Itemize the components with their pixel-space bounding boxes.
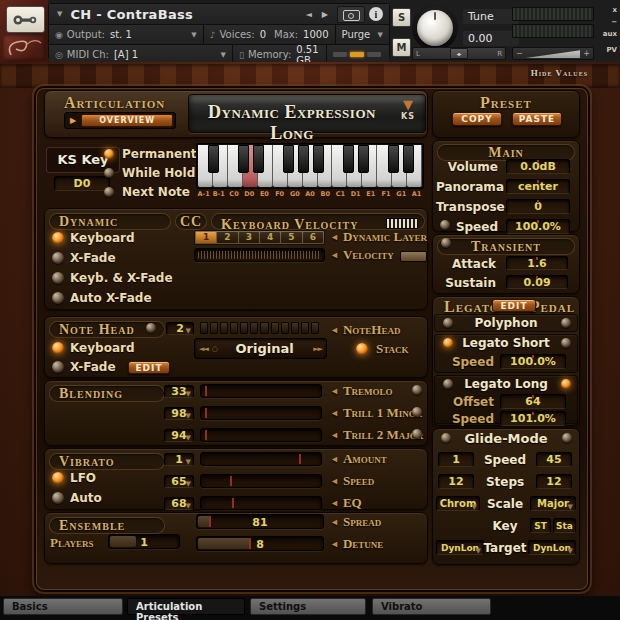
transpose-value[interactable]: 0: [506, 199, 570, 214]
prev-instrument-arrow[interactable]: ◄: [306, 10, 312, 19]
tune-value[interactable]: 0.00: [463, 31, 519, 46]
legato-long-lamp[interactable]: [561, 379, 571, 389]
attack-value[interactable]: 1.6: [506, 256, 568, 270]
glide-left-lamp[interactable]: [441, 433, 451, 443]
piano-key-black[interactable]: [253, 145, 264, 173]
legato-long-speed-value[interactable]: 101.0%: [500, 411, 566, 426]
volume-slider[interactable]: − +: [512, 47, 594, 60]
trill1-slider[interactable]: [200, 406, 322, 420]
legato-long-label[interactable]: Legato Long: [456, 377, 556, 391]
notehead-xfade-label[interactable]: X-Fade: [70, 360, 116, 374]
trill1-lamp[interactable]: [412, 407, 422, 417]
panorama-value[interactable]: center: [506, 179, 570, 194]
players-slider[interactable]: 1: [108, 534, 180, 549]
notehead-keyboard-lamp[interactable]: [52, 342, 64, 354]
notehead-xfade-lamp[interactable]: [52, 361, 64, 373]
volume-value[interactable]: 0.0dB: [506, 159, 570, 174]
instrument-title[interactable]: CH - ContraBass: [70, 7, 193, 22]
stack-label[interactable]: Stack: [376, 341, 409, 357]
glide-speed-right-value[interactable]: 45: [536, 452, 572, 467]
tremolo-slider[interactable]: [200, 384, 322, 398]
preset-copy-button[interactable]: COPY: [452, 112, 502, 126]
aux-button[interactable]: aux: [603, 30, 617, 38]
notehead-keyboard-label[interactable]: Keyboard: [70, 341, 135, 355]
vibrato-eq-slider[interactable]: [200, 496, 322, 510]
ks-mode-nextnote-label[interactable]: Next Note: [122, 185, 190, 199]
wrench-button[interactable]: [6, 6, 45, 33]
piano-key-black[interactable]: [313, 145, 324, 173]
close-button[interactable]: x: [612, 6, 617, 14]
purge-menu[interactable]: Purge ▼: [336, 25, 389, 44]
vibrato-amount-slider[interactable]: [200, 452, 322, 466]
legato-short-label[interactable]: Legato Short: [456, 336, 556, 350]
sustain-value[interactable]: 0.09: [506, 275, 568, 289]
notehead-lamp[interactable]: [146, 323, 156, 333]
polyphon-right-lamp[interactable]: [561, 318, 571, 328]
pan-slider[interactable]: L ◂▸ R: [412, 47, 506, 60]
vibrato-speed-dropdown[interactable]: 65▼: [164, 475, 194, 488]
legato-short-right-lamp[interactable]: [561, 338, 571, 348]
ks-dropdown[interactable]: ▼ KS: [397, 98, 419, 121]
trill2-value-dropdown[interactable]: 94▼: [164, 429, 194, 442]
piano-keys[interactable]: [196, 143, 424, 189]
piano-key-black[interactable]: [298, 145, 309, 173]
piano-key-black[interactable]: [343, 145, 354, 173]
solo-button[interactable]: S: [392, 8, 411, 27]
ks-key-value[interactable]: D0: [54, 176, 110, 191]
dynamic-mode-keyboard-lamp[interactable]: [52, 232, 64, 244]
legato-long-left-lamp[interactable]: [443, 379, 453, 389]
articulation-display[interactable]: Dynamic Expression Long ▼ KS: [188, 94, 426, 133]
glide-scale-left-dropdown[interactable]: Chrom▼: [436, 496, 480, 511]
polyphon-label[interactable]: Polyphon: [456, 316, 556, 330]
glide-right-lamp[interactable]: [562, 433, 572, 443]
legato-long-offset-value[interactable]: 64: [500, 394, 566, 409]
notehead-selector-value[interactable]: Original: [220, 341, 309, 356]
main-speed-value[interactable]: 100.0%: [506, 219, 570, 234]
dynamic-mode-keybxfade-lamp[interactable]: [52, 272, 64, 284]
trill1-value-dropdown[interactable]: 98▼: [164, 407, 194, 420]
detune-slider[interactable]: 8: [196, 536, 324, 551]
hide-values-toggle[interactable]: Hide Values: [531, 68, 588, 78]
vibrato-speed-slider[interactable]: [200, 474, 322, 488]
vibrato-amount-dropdown[interactable]: 1▼: [164, 453, 194, 466]
stack-lamp[interactable]: [356, 343, 368, 355]
ks-mode-whilehold-label[interactable]: While Hold: [122, 166, 195, 180]
dynamic-mode-autoxfade-lamp[interactable]: [52, 292, 64, 304]
glide-steps-right-value[interactable]: 12: [536, 474, 572, 489]
layer-button-5[interactable]: 5: [281, 232, 301, 243]
dynamic-mode-autoxfade-label[interactable]: Auto X-Fade: [70, 291, 152, 305]
next-instrument-arrow[interactable]: ▶: [322, 10, 328, 19]
pan-handle[interactable]: ◂▸: [450, 48, 468, 59]
piano-key-black[interactable]: [208, 145, 219, 173]
notehead-count-dropdown[interactable]: 2▼: [166, 322, 194, 335]
vibrato-auto-label[interactable]: Auto: [70, 491, 102, 505]
tab-basics[interactable]: Basics: [3, 598, 123, 615]
info-button[interactable]: i: [369, 7, 383, 21]
trill2-lamp[interactable]: [412, 429, 422, 439]
vibrato-eq-dropdown[interactable]: 68▼: [164, 497, 194, 510]
piano-key-black[interactable]: [358, 145, 369, 173]
velocity-mini-slider[interactable]: [400, 251, 427, 262]
layer-button-3[interactable]: 3: [239, 232, 259, 243]
piano-key-black[interactable]: [403, 145, 414, 173]
glide-steps-left-value[interactable]: 12: [438, 474, 474, 489]
pv-button[interactable]: PV: [606, 46, 617, 54]
dynamic-mode-keybxfade-label[interactable]: Keyb. & X-Fade: [70, 271, 173, 285]
legato-short-lamp[interactable]: [443, 338, 453, 348]
glide-scale-right-dropdown[interactable]: Major▼: [530, 496, 576, 511]
preset-paste-button[interactable]: PASTE: [512, 112, 562, 126]
glide-target-right-dropdown[interactable]: DynLon▼: [528, 540, 576, 555]
legato-edit-button[interactable]: EDIT: [492, 299, 536, 312]
tune-knob[interactable]: [417, 10, 453, 46]
trill2-slider[interactable]: [200, 428, 322, 442]
snapshot-camera-button[interactable]: [337, 6, 365, 23]
glide-key-sta-button[interactable]: Sta: [553, 518, 576, 533]
dynamic-mode-xfade-label[interactable]: X-Fade: [70, 251, 116, 265]
piano-key-black[interactable]: [238, 145, 249, 173]
transient-lamp[interactable]: [441, 238, 451, 248]
layer-button-6[interactable]: 6: [303, 232, 323, 243]
output-select[interactable]: ◉ Output: st. 1 ▼: [49, 25, 204, 44]
tab-settings[interactable]: Settings: [250, 598, 366, 615]
vibrato-lfo-lamp[interactable]: [52, 472, 64, 484]
tremolo-value-dropdown[interactable]: 33▼: [164, 385, 194, 398]
